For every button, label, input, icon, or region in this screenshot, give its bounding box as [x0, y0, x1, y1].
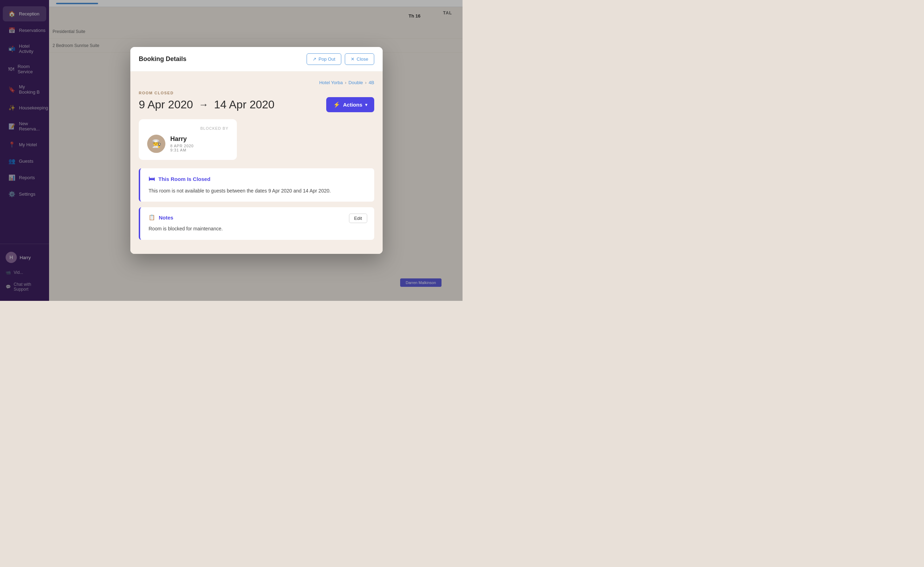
- modal-header: Booking Details ↗ Pop Out ✕ Close: [130, 47, 382, 72]
- modal-title: Booking Details: [139, 56, 186, 63]
- breadcrumb-hotel[interactable]: Hotel Yorba: [319, 80, 343, 85]
- blocked-user-name: Harry: [170, 135, 194, 143]
- blocked-user-avatar: 👨‍🍳: [147, 135, 165, 153]
- close-icon: ✕: [351, 56, 355, 62]
- blocked-by-card: BLOCKED BY 👨‍🍳 Harry 8 APR 2020 9:31 AM: [139, 119, 237, 160]
- breadcrumb-sep-1: ›: [345, 80, 346, 85]
- room-date-range: 9 Apr 2020 → 14 Apr 2020 ⚡ Actions ▾: [139, 97, 374, 112]
- date-arrow: →: [199, 99, 208, 110]
- blocked-user-date: 8 APR 2020: [170, 144, 194, 148]
- close-button[interactable]: ✕ Close: [345, 53, 374, 65]
- bed-icon: 🛏: [148, 175, 155, 183]
- bolt-icon: ⚡: [333, 101, 340, 108]
- info-section: 🛏 This Room Is Closed This room is not a…: [139, 168, 374, 202]
- notes-section-title: 📋 Notes: [148, 215, 366, 221]
- breadcrumb-room-type[interactable]: Double: [349, 80, 363, 85]
- notes-section: 📋 Notes Edit Room is blocked for mainten…: [139, 208, 374, 240]
- blocked-user-time: 9:31 AM: [170, 148, 194, 152]
- modal-header-buttons: ↗ Pop Out ✕ Close: [307, 53, 374, 65]
- blocked-user-info: Harry 8 APR 2020 9:31 AM: [170, 135, 194, 152]
- info-section-body: This room is not available to guests bet…: [148, 187, 366, 195]
- chevron-down-icon: ▾: [365, 102, 367, 107]
- info-section-title: 🛏 This Room Is Closed: [148, 175, 366, 183]
- blocked-user: 👨‍🍳 Harry 8 APR 2020 9:31 AM: [147, 135, 228, 153]
- breadcrumb: Hotel Yorba › Double › 4B: [139, 80, 374, 85]
- notes-body: Room is blocked for maintenance.: [148, 225, 366, 233]
- actions-button[interactable]: ⚡ Actions ▾: [326, 97, 374, 112]
- modal-body: Hotel Yorba › Double › 4B ROOM CLOSED 9 …: [130, 72, 382, 254]
- pop-out-button[interactable]: ↗ Pop Out: [307, 53, 341, 65]
- breadcrumb-sep-2: ›: [365, 80, 366, 85]
- date-end: 14 Apr 2020: [214, 98, 275, 111]
- pop-out-icon: ↗: [312, 56, 316, 62]
- date-start: 9 Apr 2020: [139, 98, 193, 111]
- booking-details-modal: Booking Details ↗ Pop Out ✕ Close Hotel …: [130, 47, 382, 254]
- room-status-label: ROOM CLOSED: [139, 91, 374, 95]
- notes-edit-button[interactable]: Edit: [349, 214, 367, 223]
- notes-icon: 📋: [148, 215, 155, 221]
- dates: 9 Apr 2020 → 14 Apr 2020: [139, 98, 274, 111]
- breadcrumb-room-number[interactable]: 4B: [369, 80, 374, 85]
- blocked-by-label: BLOCKED BY: [147, 126, 228, 131]
